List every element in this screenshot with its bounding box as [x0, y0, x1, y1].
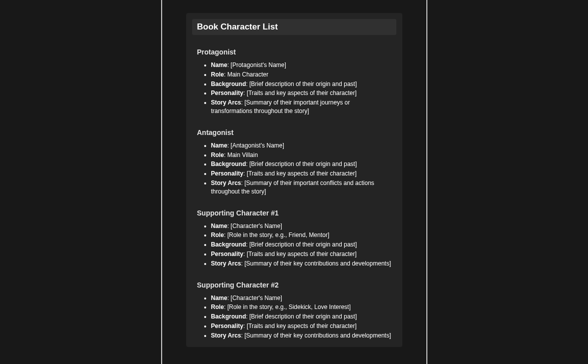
attr-value: [Traits and key aspects of their charact…: [247, 90, 357, 96]
attr-label: Name: [211, 222, 228, 230]
list-item: Story Arcs: [Summary of their important …: [211, 98, 391, 116]
attr-value: [Character's Name]: [231, 222, 282, 230]
list-item: Personality: [Traits and key aspects of …: [211, 89, 391, 98]
attr-value: [Traits and key aspects of their charact…: [247, 322, 357, 330]
attr-value: [Role in the story, e.g., Sidekick, Love…: [227, 304, 351, 310]
attr-value: [Antagonist's Name]: [231, 142, 284, 149]
list-item: Background: [Brief description of their …: [211, 80, 391, 88]
section-heading: Protagonist: [197, 48, 391, 56]
section-supporting-1: Supporting Character #1 Name: [Character…: [192, 209, 396, 268]
attr-value: [Protagonist's Name]: [231, 62, 286, 68]
attr-label: Story Arcs: [211, 332, 241, 339]
list-item: Personality: [Traits and key aspects of …: [211, 322, 391, 330]
list-item: Name: [Antagonist's Name]: [211, 142, 391, 150]
attr-label: Background: [211, 160, 246, 168]
list-item: Name: [Protagonist's Name]: [211, 61, 391, 70]
list-item: Role: Main Villain: [211, 151, 391, 160]
section-heading: Supporting Character #2: [197, 281, 391, 289]
section-heading: Antagonist: [197, 128, 391, 136]
attr-label: Role: [211, 152, 224, 158]
section-heading: Supporting Character #1: [197, 209, 391, 217]
attr-value: Main Villain: [227, 152, 258, 158]
character-list-card: Book Character List Protagonist Name: [P…: [186, 13, 402, 347]
attr-value: [Role in the story, e.g., Friend, Mentor…: [227, 232, 329, 238]
list-item: Story Arcs: [Summary of their important …: [211, 179, 391, 196]
attr-value: [Traits and key aspects of their charact…: [247, 250, 357, 258]
list-item: Background: [Brief description of their …: [211, 240, 391, 249]
attr-label: Name: [211, 294, 228, 302]
attr-label: Role: [211, 232, 224, 238]
attr-label: Background: [211, 313, 246, 320]
attribute-list: Name: [Character's Name] Role: [Role in …: [197, 222, 391, 268]
attr-label: Role: [211, 304, 224, 310]
card-title: Book Character List: [197, 22, 391, 32]
attr-value: [Summary of their key contributions and …: [244, 332, 391, 339]
section-supporting-2: Supporting Character #2 Name: [Character…: [192, 281, 396, 340]
attr-value: [Brief description of their origin and p…: [249, 313, 357, 320]
attr-label: Personality: [211, 322, 244, 330]
attr-label: Name: [211, 62, 228, 68]
attribute-list: Name: [Protagonist's Name] Role: Main Ch…: [197, 61, 391, 116]
attr-value: Main Character: [227, 71, 268, 78]
attr-value: [Brief description of their origin and p…: [249, 160, 357, 168]
section-protagonist: Protagonist Name: [Protagonist's Name] R…: [192, 48, 396, 116]
attr-label: Name: [211, 142, 228, 149]
list-item: Role: [Role in the story, e.g., Friend, …: [211, 231, 391, 240]
attr-label: Role: [211, 71, 224, 78]
attr-value: [Brief description of their origin and p…: [249, 241, 357, 248]
attr-value: [Traits and key aspects of their charact…: [247, 170, 357, 177]
section-antagonist: Antagonist Name: [Antagonist's Name] Rol…: [192, 128, 396, 196]
attr-label: Story Arcs: [211, 180, 241, 186]
attr-value: [Character's Name]: [231, 294, 282, 302]
title-bar: Book Character List: [192, 19, 396, 35]
attr-label: Personality: [211, 250, 244, 258]
list-item: Personality: [Traits and key aspects of …: [211, 170, 391, 178]
attribute-list: Name: [Character's Name] Role: [Role in …: [197, 294, 391, 340]
list-item: Role: [Role in the story, e.g., Sidekick…: [211, 303, 391, 312]
list-item: Background: [Brief description of their …: [211, 160, 391, 168]
attribute-list: Name: [Antagonist's Name] Role: Main Vil…: [197, 142, 391, 196]
page-column: Book Character List Protagonist Name: [P…: [161, 0, 427, 364]
attr-label: Background: [211, 241, 246, 248]
attr-label: Story Arcs: [211, 99, 241, 106]
list-item: Story Arcs: [Summary of their key contri…: [211, 260, 391, 268]
attr-value: [Summary of their key contributions and …: [244, 260, 391, 267]
list-item: Name: [Character's Name]: [211, 222, 391, 230]
attr-label: Background: [211, 80, 246, 88]
attr-label: Personality: [211, 90, 244, 96]
list-item: Personality: [Traits and key aspects of …: [211, 250, 391, 258]
list-item: Story Arcs: [Summary of their key contri…: [211, 332, 391, 340]
list-item: Role: Main Character: [211, 70, 391, 79]
attr-label: Story Arcs: [211, 260, 241, 267]
attr-value: [Brief description of their origin and p…: [249, 80, 357, 88]
attr-label: Personality: [211, 170, 244, 177]
list-item: Background: [Brief description of their …: [211, 312, 391, 321]
list-item: Name: [Character's Name]: [211, 294, 391, 302]
